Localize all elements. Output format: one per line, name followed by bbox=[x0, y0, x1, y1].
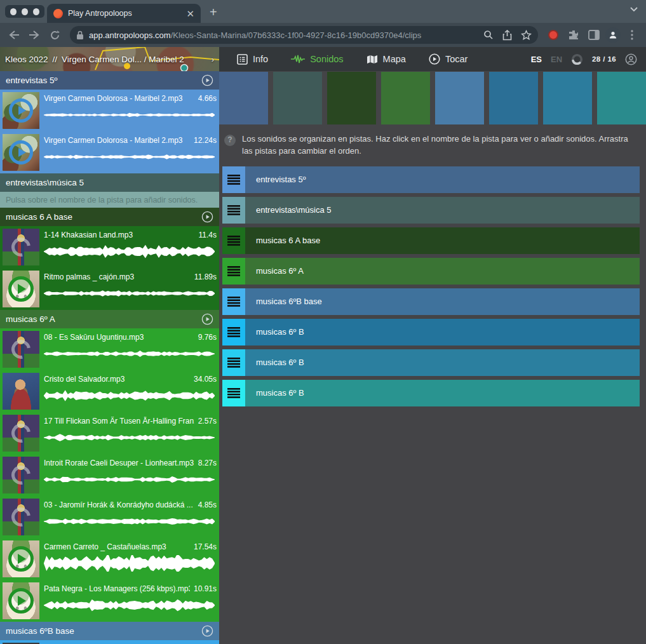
track-row[interactable]: musicas 6 A base bbox=[222, 227, 640, 254]
window-close-button[interactable] bbox=[10, 8, 17, 15]
window-minimize-button[interactable] bbox=[22, 8, 28, 15]
track-drag-handle[interactable] bbox=[222, 380, 245, 406]
clip-item[interactable]: 17 Till Flickan Som Är Tusen År-Halling … bbox=[0, 412, 219, 454]
clip-thumbnail[interactable] bbox=[3, 457, 39, 493]
map-breadcrumb-banner[interactable]: Kleos 2022 // Virgen Carmen Dol... / Mar… bbox=[0, 47, 219, 71]
track-bar[interactable]: musicas 6º A bbox=[245, 258, 640, 285]
track-row[interactable]: musicas 6º B bbox=[222, 380, 640, 406]
track-drag-handle[interactable] bbox=[222, 197, 245, 224]
share-icon[interactable] bbox=[502, 30, 512, 41]
track-bar[interactable]: entrevistas 5º bbox=[245, 166, 640, 193]
track-row[interactable]: entrevistas\música 5 bbox=[222, 197, 640, 224]
lang-en-button[interactable]: EN bbox=[551, 55, 562, 64]
url-bar[interactable]: app.antropoloops.com/Kleos-Santa-Marina/… bbox=[70, 26, 538, 44]
track-bar[interactable]: musicas 6º B bbox=[245, 319, 640, 345]
track-section-title: musicas 6 A base bbox=[6, 212, 72, 222]
browser-tab[interactable]: Play Antropoloops ✕ bbox=[47, 4, 201, 23]
track-row[interactable]: entrevistas 5º bbox=[222, 166, 640, 193]
clip-thumbnail[interactable] bbox=[3, 229, 39, 265]
nav-tab-tocar[interactable]: Tocar bbox=[420, 53, 476, 65]
window-controls[interactable] bbox=[5, 5, 44, 18]
clip-thumbnail[interactable] bbox=[3, 271, 39, 307]
browser-tab-strip: Play Antropoloops ✕ + bbox=[0, 0, 646, 23]
clip-thumbnail[interactable] bbox=[3, 92, 39, 129]
extensions-puzzle-icon[interactable] bbox=[565, 26, 582, 44]
clip-thumbnail[interactable] bbox=[3, 134, 39, 171]
track-drag-handle[interactable] bbox=[222, 288, 245, 315]
track-row[interactable]: musicas 6º A bbox=[222, 258, 640, 285]
clip-item[interactable]: BASE Pata Negra - Los Managers 3.77s bbox=[0, 640, 219, 644]
clip-item[interactable]: 1-14 Khakasian Land.mp3 11.4s bbox=[0, 226, 219, 268]
account-icon[interactable] bbox=[625, 53, 637, 65]
side-panel-icon[interactable] bbox=[585, 26, 603, 44]
clip-item[interactable]: 03 - Jaromír Horák & Konrádyho dudácká .… bbox=[0, 496, 219, 538]
track-bar[interactable]: musicas 6ºB base bbox=[245, 288, 640, 315]
clip-thumbnail[interactable] bbox=[3, 415, 39, 452]
clip-item[interactable]: Introit Rorate Caeli Desuper - Lionheart… bbox=[0, 454, 219, 496]
tab-search-chevron-icon[interactable] bbox=[629, 6, 638, 13]
clip-waveform bbox=[44, 387, 215, 404]
lock-icon[interactable] bbox=[76, 30, 84, 40]
track-section-header[interactable]: musicas 6ºB base bbox=[0, 622, 219, 640]
track-bar[interactable]: musicas 6º B bbox=[245, 380, 640, 406]
track-drag-handle[interactable] bbox=[222, 166, 245, 193]
clip-thumbnail[interactable] bbox=[3, 373, 39, 410]
track-row[interactable]: musicas 6º B bbox=[222, 349, 640, 376]
track-bar[interactable]: musicas 6 A base bbox=[245, 227, 640, 254]
nav-tab-info[interactable]: Info bbox=[228, 54, 277, 65]
record-extension-icon[interactable] bbox=[544, 26, 562, 44]
play-track-button[interactable] bbox=[201, 74, 213, 86]
clip-thumbnail[interactable] bbox=[3, 499, 39, 535]
track-section-header[interactable]: entrevistas 5º bbox=[0, 71, 219, 90]
reload-button[interactable] bbox=[46, 26, 64, 44]
breadcrumb: Kleos 2022 // Virgen Carmen Dol... / Mar… bbox=[0, 47, 219, 71]
track-row[interactable]: musicas 6ºB base bbox=[222, 288, 640, 315]
url-text[interactable]: app.antropoloops.com/Kleos-Santa-Marina/… bbox=[89, 30, 478, 40]
forward-button[interactable] bbox=[25, 26, 43, 44]
tab-close-icon[interactable]: ✕ bbox=[186, 9, 194, 18]
track-bar[interactable]: musicas 6º B bbox=[245, 349, 640, 376]
clip-item[interactable]: Virgen Carmen Dolorosa - Maribel 2.mp3 4… bbox=[0, 90, 219, 131]
profile-avatar[interactable] bbox=[605, 27, 621, 43]
play-track-button[interactable] bbox=[201, 625, 213, 637]
track-color-swatch bbox=[381, 72, 430, 124]
bookmark-star-icon[interactable] bbox=[521, 30, 532, 40]
clip-waveform bbox=[44, 597, 215, 614]
breadcrumb-project[interactable]: Kleos 2022 bbox=[5, 55, 48, 64]
track-section-header[interactable]: entrevistas\música 5 bbox=[0, 173, 219, 192]
nav-tab-mapa[interactable]: Mapa bbox=[358, 54, 415, 64]
track-row[interactable]: musicas 6º B bbox=[222, 319, 640, 345]
track-section-title: musicas 6º A bbox=[6, 314, 55, 324]
clip-item[interactable]: Virgen Carmen Dolorosa - Maribel 2.mp3 1… bbox=[0, 131, 219, 173]
clip-item[interactable]: Pata Negra - Los Managers (256 kbps).mp3… bbox=[0, 580, 219, 622]
clips-sidebar: entrevistas 5º Virgen Carmen Dolorosa - … bbox=[0, 71, 219, 644]
play-track-button[interactable] bbox=[201, 313, 213, 325]
track-empty-hint: Pulsa sobre el nombre de la pista para a… bbox=[0, 192, 219, 208]
nav-tab-sonidos[interactable]: Sonidos bbox=[282, 54, 352, 64]
clip-item[interactable]: Carmen Carreto _ Castañuelas.mp3 17.54s bbox=[0, 538, 219, 580]
play-track-button[interactable] bbox=[201, 211, 213, 223]
zoom-page-icon[interactable] bbox=[483, 30, 494, 40]
track-color-swatch bbox=[597, 72, 646, 124]
sidebar-track-section: entrevistas 5º Virgen Carmen Dolorosa - … bbox=[0, 71, 219, 173]
track-drag-handle[interactable] bbox=[222, 319, 245, 345]
track-color-swatch bbox=[219, 72, 268, 124]
back-button[interactable] bbox=[5, 26, 23, 44]
clip-item[interactable]: Ritmo palmas _ cajón.mp3 11.89s bbox=[0, 268, 219, 310]
clip-thumbnail[interactable] bbox=[3, 540, 39, 577]
clip-item[interactable]: Cristo del Salvador.mp3 34.05s bbox=[0, 370, 219, 412]
browser-menu-icon[interactable] bbox=[623, 26, 641, 44]
track-drag-handle[interactable] bbox=[222, 227, 245, 254]
track-bar[interactable]: entrevistas\música 5 bbox=[245, 197, 640, 224]
window-zoom-button[interactable] bbox=[33, 8, 39, 15]
lang-es-button[interactable]: ES bbox=[531, 55, 542, 64]
track-section-header[interactable]: musicas 6º A bbox=[0, 310, 219, 328]
clip-item[interactable]: 08 - Es Sakūru Uguntiņu.mp3 9.76s bbox=[0, 328, 219, 370]
track-drag-handle[interactable] bbox=[222, 349, 245, 376]
new-tab-button[interactable]: + bbox=[210, 5, 217, 20]
track-drag-handle[interactable] bbox=[222, 258, 245, 285]
clip-thumbnail[interactable] bbox=[3, 331, 39, 368]
clip-thumbnail[interactable] bbox=[3, 582, 39, 619]
breadcrumb-path[interactable]: Virgen Carmen Dol... / Maribel 2 bbox=[62, 55, 184, 64]
track-section-header[interactable]: musicas 6 A base bbox=[0, 208, 219, 226]
